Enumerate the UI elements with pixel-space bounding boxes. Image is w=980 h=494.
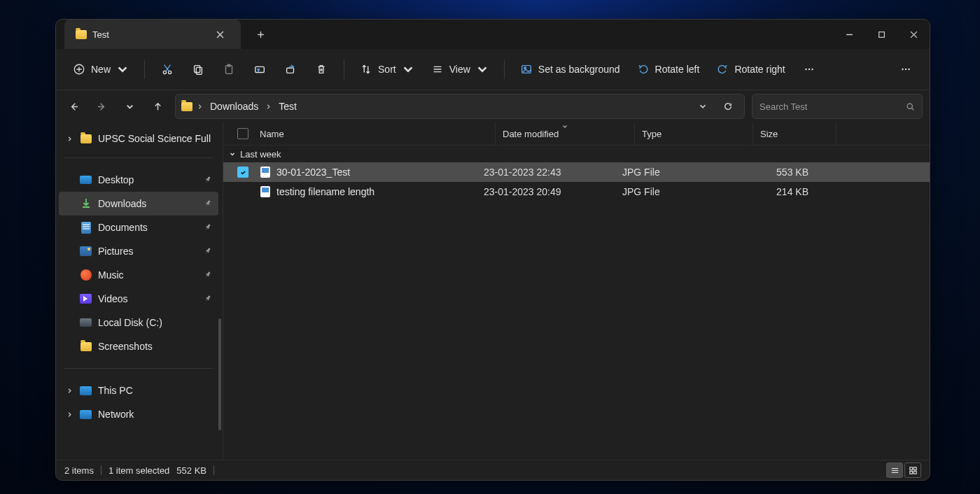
new-tab-button[interactable]	[251, 24, 270, 44]
svg-rect-0	[878, 31, 884, 37]
new-button[interactable]: New	[66, 57, 136, 82]
svg-rect-9	[287, 68, 294, 73]
close-tab-button[interactable]	[210, 24, 230, 44]
set-background-button[interactable]: Set as background	[513, 57, 627, 82]
details-view-button[interactable]	[886, 463, 903, 478]
svg-point-18	[907, 104, 912, 108]
svg-rect-4	[195, 66, 200, 73]
nav-forward-button[interactable]	[91, 96, 112, 117]
window-controls	[833, 20, 930, 49]
column-header-date[interactable]: Date modified	[496, 122, 635, 145]
svg-point-13	[808, 69, 810, 70]
sidebar-item-label: Downloads	[98, 198, 146, 209]
nav-recent-button[interactable]	[119, 96, 140, 117]
cut-button[interactable]	[153, 57, 181, 82]
sidebar-item-downloads[interactable]: Downloads	[59, 192, 218, 216]
svg-point-14	[811, 69, 813, 70]
new-label: New	[91, 64, 111, 75]
chevron-right-icon	[64, 133, 74, 144]
toolbar: New Sort View Set as background Rotate l…	[56, 49, 930, 90]
picture-icon	[520, 63, 533, 76]
file-size: 553 KB	[733, 167, 816, 178]
file-row[interactable]: 30-01-2023_Test23-01-2023 22:43JPG File5…	[223, 162, 930, 182]
sort-label: Sort	[378, 64, 396, 75]
breadcrumb-item[interactable]: Test	[276, 99, 300, 114]
svg-point-15	[902, 69, 903, 70]
close-window-button[interactable]	[897, 20, 930, 49]
file-type: JPG File	[615, 186, 733, 197]
file-explorer-window: Test New Sort	[55, 19, 930, 481]
file-row[interactable]: testing filename length23-01-2023 20:49J…	[223, 182, 930, 202]
chevron-right-icon	[265, 101, 272, 112]
maximize-button[interactable]	[865, 20, 897, 49]
window-tab[interactable]: Test	[64, 20, 241, 49]
svg-point-2	[163, 71, 166, 73]
sidebar-item-label: Desktop	[98, 174, 134, 185]
sidebar-item-local-disk-c-[interactable]: Local Disk (C:)	[59, 311, 218, 334]
select-all-checkbox[interactable]	[237, 128, 248, 139]
rotate-right-icon	[716, 63, 729, 76]
sidebar-item-desktop[interactable]: Desktop	[59, 168, 218, 192]
group-header[interactable]: Last week	[223, 146, 930, 162]
search-input[interactable]: Search Test	[752, 94, 923, 119]
nav-up-button[interactable]	[147, 96, 168, 117]
download-icon	[80, 197, 92, 211]
minimize-button[interactable]	[833, 20, 865, 49]
svg-rect-21	[909, 471, 912, 474]
sidebar-item-upsc[interactable]: UPSC Social Science Full	[59, 127, 218, 150]
sidebar-item-this-pc[interactable]: This PC	[59, 379, 218, 402]
navigation-pane: UPSC Social Science Full DesktopDownload…	[56, 122, 223, 460]
pin-icon	[204, 269, 211, 281]
status-selected-size: 552 KB	[176, 465, 206, 476]
chevron-down-icon	[229, 150, 236, 157]
paste-button[interactable]	[215, 57, 243, 82]
rotate-right-button[interactable]: Rotate right	[709, 57, 792, 82]
picture-icon	[80, 246, 92, 256]
share-button[interactable]	[276, 57, 304, 82]
folder-icon	[76, 30, 87, 39]
sidebar-item-label: Network	[98, 409, 134, 420]
sidebar-item-documents[interactable]: Documents	[59, 216, 218, 239]
address-dropdown-button[interactable]	[692, 96, 713, 117]
network-icon	[80, 410, 92, 419]
delete-button[interactable]	[307, 57, 335, 82]
column-header-size[interactable]: Size	[753, 122, 836, 145]
status-item-count: 2 items	[64, 465, 94, 476]
file-rows: 30-01-2023_Test23-01-2023 22:43JPG File5…	[223, 162, 930, 202]
row-checkbox[interactable]	[237, 167, 248, 178]
more-button-2[interactable]	[892, 57, 920, 82]
rename-button[interactable]	[246, 57, 274, 82]
sidebar-item-pictures[interactable]: Pictures	[59, 239, 218, 263]
sidebar-item-videos[interactable]: Videos	[59, 287, 218, 311]
title-bar: Test	[56, 20, 930, 49]
view-label: View	[449, 64, 470, 75]
chevron-down-icon	[402, 63, 414, 76]
sidebar-item-network[interactable]: Network	[59, 402, 218, 426]
column-header-name[interactable]: Name	[253, 122, 496, 145]
sort-indicator-icon	[562, 121, 568, 132]
rotate-left-button[interactable]: Rotate left	[630, 57, 707, 82]
breadcrumb-item[interactable]: Downloads	[207, 99, 261, 114]
search-icon	[906, 102, 915, 111]
refresh-button[interactable]	[718, 96, 738, 117]
group-label: Last week	[240, 149, 281, 160]
sort-button[interactable]: Sort	[353, 57, 421, 82]
sidebar-scrollbar[interactable]	[218, 318, 221, 430]
more-button-1[interactable]	[795, 57, 823, 82]
view-button[interactable]: View	[424, 57, 496, 82]
sidebar-item-music[interactable]: Music	[59, 263, 218, 287]
chevron-right-icon	[64, 385, 74, 396]
chevron-right-icon	[197, 101, 203, 112]
column-header-type[interactable]: Type	[635, 122, 753, 145]
nav-back-button[interactable]	[63, 96, 84, 117]
svg-point-17	[908, 69, 909, 70]
video-icon	[80, 294, 92, 304]
sidebar-item-screenshots[interactable]: Screenshots	[59, 334, 218, 358]
search-placeholder: Search Test	[760, 101, 906, 112]
thumbnails-view-button[interactable]	[904, 463, 921, 478]
file-size: 214 KB	[733, 186, 816, 197]
address-bar[interactable]: Downloads Test	[175, 94, 745, 119]
status-selected-count: 1 item selected	[108, 465, 169, 476]
image-file-icon	[260, 167, 270, 178]
copy-button[interactable]	[184, 57, 212, 82]
